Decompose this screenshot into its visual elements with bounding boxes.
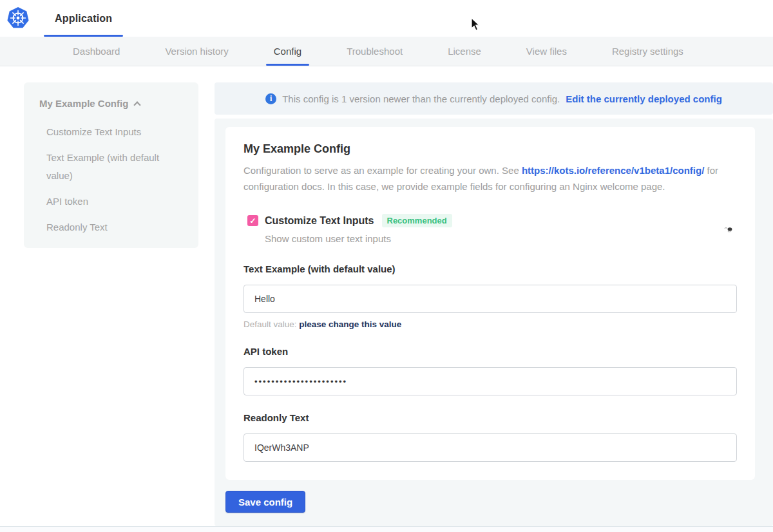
api-token-label: API token	[243, 346, 737, 357]
sidebar-group-title: My Example Config	[39, 98, 128, 109]
sidebar-group-toggle[interactable]: My Example Config	[39, 98, 183, 109]
sidebar-item-api-token[interactable]: API token	[46, 193, 178, 211]
nav-troubleshoot[interactable]: Troubleshoot	[335, 37, 414, 66]
text-example-input[interactable]	[243, 285, 737, 313]
edit-deployed-config-link[interactable]: Edit the currently deployed config	[566, 93, 722, 104]
api-token-input[interactable]	[243, 367, 737, 395]
checkbox-help-text: Show custom user text inputs	[243, 233, 737, 244]
default-value-help: Default value: please change this value	[243, 319, 737, 329]
config-card: My Example Config Configuration to serve…	[225, 127, 755, 480]
nav-view-files[interactable]: View files	[515, 37, 578, 66]
default-value-text: please change this value	[299, 319, 401, 329]
kots-reference-link[interactable]: https://kots.io/reference/v1beta1/config…	[522, 165, 704, 176]
readonly-text-input[interactable]	[243, 433, 737, 462]
recommended-badge: Recommended	[382, 214, 452, 227]
default-value-prefix: Default value:	[243, 319, 299, 329]
version-info-banner: i This config is 1 version newer than th…	[215, 82, 773, 115]
sidebar-item-text-example[interactable]: Text Example (with default value)	[46, 149, 178, 185]
app-subnav: Dashboard Version history Config Trouble…	[0, 37, 773, 66]
config-card-description: Configuration to serve as an example for…	[243, 162, 737, 195]
checkbox-label: Customize Text Inputs	[265, 215, 374, 227]
page-bottom-edge	[0, 526, 773, 532]
chevron-up-icon	[134, 101, 141, 108]
customize-text-inputs-checkbox[interactable]: ✓	[247, 215, 258, 226]
sidebar-item-list: Customize Text Inputs Text Example (with…	[46, 123, 183, 236]
info-icon: i	[265, 93, 276, 104]
nav-config[interactable]: Config	[262, 37, 313, 66]
description-text-before: Configuration to serve as an example for…	[243, 165, 522, 176]
config-groups-sidebar: My Example Config Customize Text Inputs …	[24, 82, 198, 248]
tab-application-label: Application	[55, 13, 112, 24]
kots-admin-console: Application Dashboard Version history Co…	[0, 0, 773, 532]
nav-registry-settings[interactable]: Registry settings	[600, 37, 695, 66]
text-example-label: Text Example (with default value)	[243, 263, 737, 274]
app-header: Application	[0, 0, 773, 37]
config-card-title: My Example Config	[243, 142, 737, 156]
nav-dashboard[interactable]: Dashboard	[61, 37, 131, 66]
tab-application[interactable]: Application	[44, 0, 123, 37]
banner-text: This config is 1 version newer than the …	[282, 93, 560, 104]
kubernetes-logo-icon	[6, 6, 30, 30]
readonly-text-label: Readonly Text	[243, 412, 737, 423]
nav-version-history[interactable]: Version history	[153, 37, 240, 66]
sidebar-item-customize-text-inputs[interactable]: Customize Text Inputs	[46, 123, 178, 141]
customize-text-inputs-row: ✓ Customize Text Inputs Recommended	[243, 214, 737, 227]
config-panel: My Example Config Configuration to serve…	[215, 119, 773, 526]
save-config-button[interactable]: Save config	[225, 491, 305, 513]
nav-license[interactable]: License	[436, 37, 493, 66]
sidebar-item-readonly-text[interactable]: Readonly Text	[46, 218, 178, 236]
